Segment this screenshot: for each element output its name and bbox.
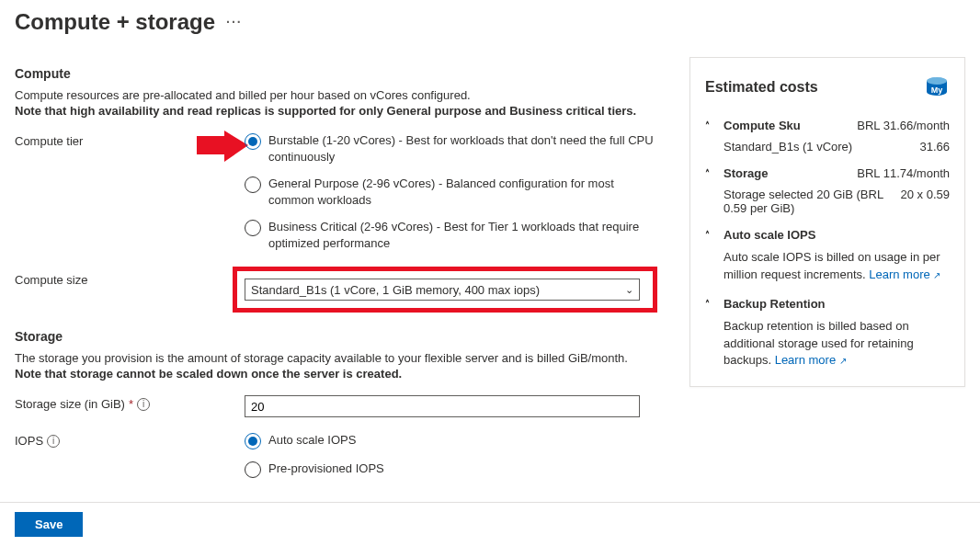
cost-storage-total: BRL 11.74/month	[857, 166, 950, 180]
cost-backup-body: Backup retention is billed based on addi…	[705, 311, 950, 370]
radio-icon	[245, 433, 261, 449]
radio-label: General Purpose (2-96 vCores) - Balanced…	[268, 176, 655, 208]
radio-label: Business Critical (2-96 vCores) - Best f…	[268, 219, 655, 251]
radio-icon	[245, 176, 261, 193]
compute-tier-burstable[interactable]: Burstable (1-20 vCores) - Best for workl…	[245, 132, 671, 165]
compute-desc1: Compute resources are pre-allocated and …	[15, 88, 671, 102]
compute-size-select[interactable]: Standard_B1s (1 vCore, 1 GiB memory, 400…	[245, 279, 640, 301]
storage-size-label-text: Storage size (in GiB)	[15, 397, 125, 411]
storage-desc2: Note that storage cannot be scaled down …	[15, 367, 671, 381]
svg-point-2	[927, 77, 947, 85]
chevron-down-icon: ⌄	[625, 284, 633, 296]
chevron-up-icon: ˄	[705, 230, 718, 240]
required-asterisk: *	[129, 397, 133, 411]
cost-section-iops: ˄ Auto scale IOPS Auto scale IOPS is bil…	[705, 228, 950, 284]
compute-desc2: Note that high availability and read rep…	[15, 104, 671, 118]
compute-tier-business[interactable]: Business Critical (2-96 vCores) - Best f…	[245, 219, 671, 251]
radio-label: Burstable (1-20 vCores) - Best for workl…	[268, 132, 655, 165]
cost-storage-line-label: Storage selected 20 GiB (BRL 0.59 per Gi…	[724, 188, 889, 215]
compute-heading: Compute	[15, 66, 671, 81]
iops-pre-provisioned[interactable]: Pre-provisioned IOPS	[245, 461, 671, 478]
chevron-up-icon: ˄	[705, 299, 718, 309]
compute-size-label: Compute size	[15, 271, 245, 287]
costs-title: Estimated costs	[705, 79, 818, 96]
cost-iops-title: Auto scale IOPS	[724, 228, 815, 242]
iops-label: IOPS i	[15, 432, 245, 448]
external-link-icon: ↗	[839, 356, 847, 366]
iops-auto-scale[interactable]: Auto scale IOPS	[245, 432, 671, 449]
radio-label: Pre-provisioned IOPS	[268, 461, 384, 477]
page-title: Compute + storage	[15, 9, 215, 35]
iops-group: Auto scale IOPS Pre-provisioned IOPS	[245, 432, 671, 478]
cost-backup-header[interactable]: ˄ Backup Retention	[705, 297, 950, 311]
iops-label-text: IOPS	[15, 434, 43, 448]
storage-heading: Storage	[15, 329, 671, 344]
info-icon[interactable]: i	[47, 435, 60, 448]
cost-backup-title: Backup Retention	[724, 297, 826, 311]
main-column: Compute Compute resources are pre-alloca…	[15, 40, 671, 478]
cost-sku-line-label: Standard_B1s (1 vCore)	[724, 140, 852, 154]
cost-sku-line-value: 31.66	[919, 140, 950, 154]
radio-icon	[245, 461, 261, 478]
cost-storage-line-value: 20 x 0.59	[901, 188, 951, 215]
cost-sku-title: Compute Sku	[724, 119, 801, 132]
chevron-up-icon: ˄	[705, 120, 718, 131]
svg-marker-0	[197, 131, 248, 162]
radio-icon	[245, 133, 261, 150]
cost-sku-header[interactable]: ˄ Compute Sku BRL 31.66/month	[705, 119, 950, 132]
chevron-up-icon: ˄	[705, 168, 718, 178]
cost-backup-link[interactable]: Learn more ↗	[775, 353, 847, 367]
compute-tier-general[interactable]: General Purpose (2-96 vCores) - Balanced…	[245, 176, 671, 208]
cost-iops-header[interactable]: ˄ Auto scale IOPS	[705, 228, 950, 242]
estimated-costs-card: Estimated costs My ˄ Compute Sku BRL 31.…	[689, 57, 965, 387]
external-link-icon: ↗	[933, 270, 940, 280]
footer: Save	[0, 502, 980, 546]
compute-size-highlight: Standard_B1s (1 vCore, 1 GiB memory, 400…	[233, 267, 657, 313]
arrow-annotation-icon	[197, 131, 248, 162]
info-icon[interactable]: i	[137, 398, 150, 411]
cost-storage-title: Storage	[724, 166, 768, 180]
mysql-icon: My	[924, 74, 950, 100]
compute-tier-group: Burstable (1-20 vCores) - Best for workl…	[245, 132, 671, 251]
cost-section-sku: ˄ Compute Sku BRL 31.66/month Standard_B…	[705, 119, 950, 154]
storage-desc1: The storage you provision is the amount …	[15, 351, 671, 365]
cost-section-storage: ˄ Storage BRL 11.74/month Storage select…	[705, 166, 950, 215]
storage-size-label: Storage size (in GiB) * i	[15, 395, 245, 411]
radio-icon	[245, 220, 261, 236]
page-header: Compute + storage ···	[0, 0, 980, 40]
storage-size-input[interactable]	[245, 395, 640, 417]
cost-sku-total: BRL 31.66/month	[857, 119, 950, 132]
svg-text:My: My	[931, 85, 943, 95]
radio-label: Auto scale IOPS	[268, 432, 356, 449]
cost-iops-body: Auto scale IOPS is billed on usage in pe…	[705, 242, 950, 284]
cost-iops-link[interactable]: Learn more ↗	[869, 267, 940, 281]
cost-section-backup: ˄ Backup Retention Backup retention is b…	[705, 297, 950, 370]
compute-size-value: Standard_B1s (1 vCore, 1 GiB memory, 400…	[251, 283, 540, 297]
cost-storage-header[interactable]: ˄ Storage BRL 11.74/month	[705, 166, 950, 180]
more-icon[interactable]: ···	[226, 15, 243, 29]
save-button[interactable]: Save	[15, 512, 83, 537]
